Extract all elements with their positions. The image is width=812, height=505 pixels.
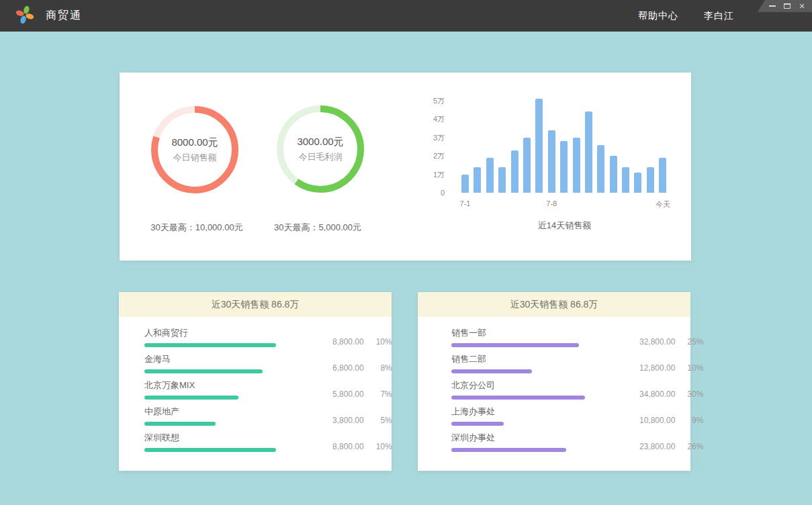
rank-row-values: 34,800.0030% [639, 389, 703, 400]
sales-day-bar [486, 158, 494, 193]
summary-card: 8000.00元 今日销售额 30天最高：10,000.00元 3000.00元… [120, 73, 691, 261]
rank-row-left: 北京分公司 [451, 381, 639, 400]
rank-row-values: 10,800.009% [639, 416, 703, 426]
rank-row-percent: 10% [372, 337, 392, 347]
rank-row-name: 销售二部 [451, 355, 639, 364]
sales-day-bar [535, 99, 543, 193]
x-axis-tick: 7-1 [460, 199, 471, 208]
rank-row-percent: 10% [683, 363, 703, 373]
today-profit-value: 3000.00元 [297, 136, 343, 148]
today-sales-donut: 8000.00元 今日销售额 [150, 105, 240, 195]
minimize-icon [769, 5, 776, 7]
rank-row-amount: 34,800.00 [639, 389, 675, 399]
rank-row-percent: 9% [683, 416, 703, 425]
rank-row-values: 6,800.008% [332, 363, 392, 373]
dept-rank-list: 销售一部32,800.0025%销售二部12,800.0010%北京分公司34,… [418, 317, 690, 452]
rank-row-percent: 7% [372, 389, 392, 399]
rank-row-values: 8,800.0010% [332, 442, 392, 452]
rank-row-bar [144, 422, 216, 426]
rank-row-bar [451, 422, 504, 426]
rank-row-name: 上海办事处 [451, 407, 639, 416]
today-sales-value: 8000.00元 [171, 136, 218, 149]
rank-row-bar [144, 396, 238, 400]
rank-row-amount: 6,800.00 [332, 363, 364, 373]
sales-day-bar [659, 158, 666, 193]
y-axis-tick: 1万 [408, 169, 445, 180]
rank-row-amount: 10,800.00 [639, 416, 675, 425]
rank-row-left: 金海马 [144, 355, 332, 373]
help-center-link[interactable]: 帮助中心 [638, 10, 678, 22]
rank-row-bar [451, 369, 532, 373]
y-axis-tick: 0 [408, 187, 445, 198]
rank-row-name: 北京万象MIX [144, 381, 332, 390]
rank-row: 上海办事处10,800.009% [451, 407, 665, 426]
rank-row-amount: 12,800.00 [639, 363, 675, 373]
x-axis-tick: 7-8 [546, 199, 557, 208]
rank-row-bar [451, 448, 566, 452]
sales-day-bar [622, 167, 629, 193]
sales-day-bar [523, 138, 531, 193]
titlebar: 商贸通 帮助中心 李白江 ✕ [0, 0, 812, 32]
sales-day-bar [610, 156, 617, 193]
titlebar-brand: 商贸通 [15, 0, 82, 32]
sales-day-bar [573, 138, 580, 193]
close-button[interactable]: ✕ [798, 2, 806, 10]
rank-row-bar [144, 343, 276, 347]
y-axis-tick: 5万 [408, 95, 445, 106]
rank-row-name: 人和商贸行 [144, 328, 332, 338]
rank-row-bar [144, 369, 263, 373]
rank-row-name: 金海马 [144, 355, 332, 364]
window-controls: ✕ [758, 0, 812, 12]
sales-day-bar [498, 167, 506, 193]
rank-row-amount: 5,800.00 [332, 389, 364, 399]
rank-row-left: 上海办事处 [451, 407, 639, 426]
rank-row-percent: 30% [683, 389, 703, 399]
y-axis-tick: 3万 [408, 132, 445, 143]
rank-row-left: 销售一部 [451, 328, 639, 347]
maximize-button[interactable] [783, 2, 791, 10]
rank-row-percent: 26% [683, 442, 703, 451]
rank-row-left: 销售二部 [451, 355, 639, 373]
rank-row: 北京万象MIX5,800.007% [144, 381, 355, 400]
rank-row-amount: 8,800.00 [332, 337, 364, 347]
customer-rank-title: 近30天销售额 86.8万 [119, 292, 392, 317]
rank-row-percent: 25% [683, 337, 703, 347]
rank-row-name: 中原地产 [144, 407, 332, 416]
rank-row-left: 深圳办事处 [451, 433, 639, 452]
today-profit-text: 3000.00元 今日毛利润 [275, 104, 365, 194]
rank-row: 北京分公司34,800.0030% [451, 381, 665, 400]
sales-14day-chart-title: 近14天销售额 [461, 220, 668, 232]
rank-row: 销售一部32,800.0025% [451, 328, 665, 347]
rank-row-amount: 23,800.00 [639, 442, 675, 451]
rank-row: 中原地产3,800.005% [144, 407, 355, 426]
rank-row-amount: 8,800.00 [332, 442, 364, 451]
sales-day-bar [647, 167, 654, 193]
customer-rank-card: 近30天销售额 86.8万 人和商贸行8,800.0010%金海马6,800.0… [119, 292, 392, 471]
rank-row-left: 北京万象MIX [144, 381, 332, 400]
sales-14day-bars [461, 99, 666, 193]
today-profit-donut: 3000.00元 今日毛利润 [275, 104, 365, 194]
sales-day-bar [585, 111, 592, 193]
rank-row-percent: 5% [372, 416, 392, 425]
user-menu[interactable]: 李白江 [704, 10, 734, 22]
sales-day-bar [597, 145, 604, 193]
rank-row-percent: 8% [372, 363, 392, 373]
app-title: 商贸通 [46, 9, 82, 23]
profit-30day-max: 30天最高：5,000.00元 [240, 222, 395, 234]
sales-day-bar [511, 150, 518, 193]
sales-day-bar [634, 173, 641, 193]
y-axis-tick: 2万 [408, 150, 445, 161]
rank-row-bar [451, 343, 579, 347]
rank-row: 人和商贸行8,800.0010% [144, 328, 355, 347]
rank-row-left: 深圳联想 [144, 433, 332, 452]
sales-day-bar [548, 130, 555, 193]
rank-row-bar [144, 448, 276, 452]
rank-row-values: 32,800.0025% [639, 337, 703, 347]
rank-row-values: 3,800.005% [332, 416, 392, 426]
today-sales-label: 今日销售额 [173, 152, 217, 164]
rank-row-bar [451, 396, 585, 400]
today-sales-text: 8000.00元 今日销售额 [150, 105, 240, 195]
minimize-button[interactable] [768, 2, 776, 10]
x-axis-tick: 今天 [656, 199, 670, 210]
rank-row-left: 中原地产 [144, 407, 332, 426]
